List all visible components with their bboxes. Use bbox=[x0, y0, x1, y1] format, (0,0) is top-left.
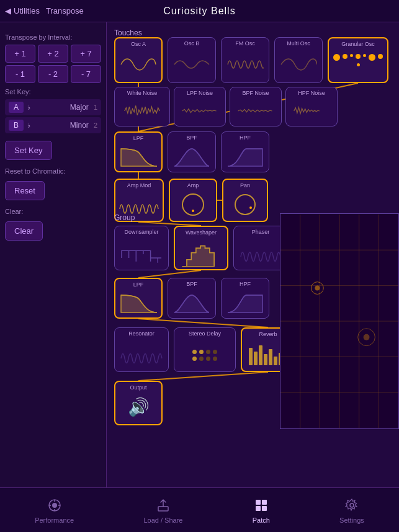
osc-b-wave bbox=[168, 53, 215, 76]
knob-dot bbox=[192, 210, 194, 212]
interval-plus1[interactable]: + 1 bbox=[5, 45, 35, 63]
downsampler-label: Downsampler bbox=[115, 229, 168, 235]
fm-osc-wave bbox=[222, 53, 269, 76]
interval-plus7[interactable]: + 7 bbox=[71, 45, 101, 63]
interval-minus1[interactable]: - 1 bbox=[5, 65, 35, 83]
clear-button[interactable]: Clear bbox=[5, 221, 43, 241]
stereo-delay-label: Stereo Delay bbox=[174, 330, 235, 337]
grp-hpf-node[interactable]: HPF bbox=[221, 278, 269, 319]
nav-performance[interactable]: Performance bbox=[35, 497, 74, 524]
resonator-label: Resonator bbox=[115, 330, 168, 337]
nav-load-share[interactable]: Load / Share bbox=[143, 497, 182, 524]
lpf-noise-wave bbox=[174, 100, 225, 122]
back-icon: ◀ bbox=[5, 6, 11, 16]
grp-hpf-wave bbox=[222, 291, 269, 314]
filter-lpf-node[interactable]: LPF bbox=[114, 131, 163, 172]
filter-lpf-wave bbox=[115, 145, 161, 167]
delay-dots bbox=[190, 347, 220, 363]
utilities-link[interactable]: Utilities bbox=[14, 6, 40, 16]
filter-lpf-label: LPF bbox=[115, 135, 161, 141]
svg-point-20 bbox=[315, 286, 320, 291]
reset-label: Reset to Chromatic: bbox=[5, 167, 101, 175]
downsampler-node[interactable]: Downsampler bbox=[114, 226, 169, 270]
patch-icon bbox=[253, 497, 270, 514]
key-note-a: A bbox=[9, 102, 24, 113]
hpf-noise-wave bbox=[286, 100, 337, 122]
downsampler-wave bbox=[115, 241, 168, 264]
g-dot bbox=[363, 54, 366, 57]
waveshaper-node[interactable]: Waveshaper bbox=[174, 226, 228, 270]
interval-buttons: + 1 + 2 + 7 - 1 - 2 - 7 bbox=[5, 45, 101, 83]
xy-grid-svg bbox=[280, 214, 398, 428]
key-scale-minor: Minor bbox=[70, 121, 89, 130]
key-num-1: 1 bbox=[94, 104, 97, 111]
nav-patch[interactable]: Patch bbox=[253, 497, 270, 524]
interval-minus7[interactable]: - 7 bbox=[71, 65, 101, 83]
nav-settings[interactable]: Settings bbox=[339, 497, 364, 524]
speaker-icon: 🔊 bbox=[128, 397, 150, 417]
filter-hpf-node[interactable]: HPF bbox=[221, 131, 269, 172]
white-noise-wave bbox=[115, 100, 169, 122]
d-dot bbox=[199, 357, 204, 361]
bpf-noise-node[interactable]: BPF Noise bbox=[230, 87, 282, 126]
load-share-icon bbox=[155, 497, 172, 514]
pan-knob-circle bbox=[235, 194, 256, 215]
svg-rect-29 bbox=[158, 507, 168, 511]
white-noise-node[interactable]: White Noise bbox=[114, 87, 170, 126]
d-dot bbox=[199, 350, 204, 354]
grp-lpf-node[interactable]: LPF bbox=[114, 278, 163, 319]
filter-bpf-node[interactable]: BPF bbox=[168, 131, 216, 172]
grp-bpf-node[interactable]: BPF bbox=[168, 278, 216, 319]
pan-knob bbox=[235, 194, 256, 215]
filter-hpf-label: HPF bbox=[222, 135, 269, 141]
fm-osc-node[interactable]: FM Osc bbox=[221, 37, 269, 83]
osc-b-node[interactable]: Osc B bbox=[168, 37, 216, 83]
delay-row-2 bbox=[192, 357, 217, 361]
r-bar bbox=[269, 349, 272, 365]
reset-button[interactable]: Reset bbox=[5, 181, 45, 200]
g-dot bbox=[350, 54, 353, 57]
interval-minus2[interactable]: - 2 bbox=[38, 65, 68, 83]
key-row-a: A ♭ Major 1 bbox=[5, 99, 101, 115]
grp-bpf-label: BPF bbox=[168, 281, 215, 287]
key-note-b: B bbox=[9, 120, 24, 131]
multi-osc-node[interactable]: Multi Osc bbox=[274, 37, 323, 83]
g-dot bbox=[369, 54, 375, 61]
osc-a-node[interactable]: Osc A bbox=[114, 37, 163, 83]
amp-knob bbox=[182, 193, 204, 216]
pan-node[interactable]: Pan bbox=[222, 179, 268, 222]
r-bar bbox=[249, 348, 253, 365]
amp-node[interactable]: Amp bbox=[169, 179, 217, 222]
resonator-node[interactable]: Resonator bbox=[114, 327, 169, 372]
xy-pad[interactable] bbox=[280, 213, 399, 429]
lpf-noise-label: LPF Noise bbox=[174, 90, 225, 96]
amp-mod-wave bbox=[115, 193, 163, 216]
hpf-noise-node[interactable]: HPF Noise bbox=[285, 87, 338, 126]
amp-label: Amp bbox=[170, 182, 216, 188]
key-scale-major: Major bbox=[70, 103, 89, 112]
svg-line-6 bbox=[138, 319, 268, 327]
output-label: Output bbox=[115, 384, 161, 391]
stereo-delay-node[interactable]: Stereo Delay bbox=[174, 327, 236, 372]
key-rows: A ♭ Major 1 B ♭ Minor 2 bbox=[5, 99, 101, 133]
filter-bpf-label: BPF bbox=[168, 135, 215, 141]
svg-point-22 bbox=[364, 334, 370, 340]
key-sharp-a: ♭ bbox=[27, 104, 30, 112]
r-bar bbox=[259, 345, 262, 365]
transpose-link[interactable]: Transpose bbox=[46, 6, 84, 16]
set-key-button[interactable]: Set Key bbox=[5, 141, 52, 160]
stereo-delay-dots bbox=[190, 347, 220, 363]
granular-osc-node[interactable]: Granular Osc bbox=[328, 37, 388, 83]
svg-point-24 bbox=[52, 503, 57, 508]
bottom-nav: Performance Load / Share Patch bbox=[0, 487, 399, 532]
interval-plus2[interactable]: + 2 bbox=[38, 45, 68, 63]
lpf-noise-node[interactable]: LPF Noise bbox=[174, 87, 226, 126]
left-panel: Transpose by Interval: + 1 + 2 + 7 - 1 -… bbox=[0, 22, 107, 510]
granular-dots bbox=[329, 51, 387, 69]
grp-bpf-wave bbox=[168, 291, 215, 314]
svg-point-34 bbox=[350, 503, 354, 507]
g-dot bbox=[356, 54, 361, 59]
g-dot bbox=[343, 54, 347, 59]
back-button[interactable]: ◀ Utilities bbox=[5, 6, 40, 16]
output-node[interactable]: Output 🔊 bbox=[114, 381, 163, 425]
